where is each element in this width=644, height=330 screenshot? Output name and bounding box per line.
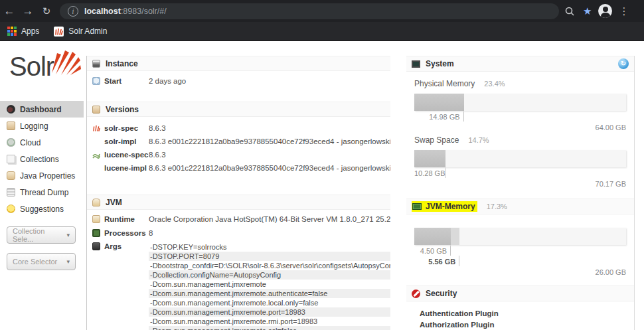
- memory-total-label: 70.17 GB: [414, 178, 626, 188]
- url-text[interactable]: localhost:8983/solr/#/: [84, 7, 167, 16]
- apps-grid-icon[interactable]: [7, 27, 17, 36]
- memory-gauge-percent: 14.7%: [468, 136, 489, 144]
- memory-gauge-label: Physical Memory: [414, 79, 475, 88]
- section-title: Instance: [106, 59, 138, 68]
- jvm-memory-section-header: JVM-Memory 17.3%: [406, 199, 634, 214]
- physical-memory-gauge: 14.98 GB 64.00 GB: [414, 94, 626, 131]
- section-title: Security: [426, 289, 457, 298]
- instance-start-row: Start 2 days ago: [87, 77, 390, 85]
- sidebar-item-cloud[interactable]: Cloud: [0, 134, 84, 151]
- jvm-runtime-row: Runtime Oracle Corporation Java HotSpot(…: [87, 215, 390, 223]
- memory-used-label: 4.50 GB: [414, 245, 451, 256]
- sidebar-item-suggestions[interactable]: Suggestions: [0, 201, 84, 217]
- jvm-arg: -DSTOP.PORT=8079: [149, 252, 390, 261]
- row-label-text: Start: [104, 77, 121, 85]
- sidebar-item-java-properties[interactable]: Java Properties: [0, 167, 84, 184]
- swap-space-label-row: Swap Space 14.7%: [414, 135, 626, 145]
- sidebar-item-label: Cloud: [20, 138, 40, 147]
- sidebar-item-thread-dump[interactable]: Thread Dump: [0, 184, 84, 201]
- memory-bar-fill: [414, 228, 451, 245]
- row-value-text: 8.6.3: [149, 148, 166, 161]
- sidebar-item-label: Dashboard: [20, 105, 62, 114]
- version-row: lucene-impl 8.6.3 e001c2221812a0ba9e9378…: [87, 161, 390, 175]
- reload-icon[interactable]: ↻: [37, 5, 56, 17]
- physical-memory-label-row: Physical Memory 23.4%: [414, 79, 626, 88]
- lucene-mini-icon: [92, 151, 100, 159]
- solr-mini-icon: [92, 124, 100, 132]
- main-content: Instance Start 2 days ago Versions solr-…: [86, 56, 390, 330]
- security-icon: [412, 289, 420, 298]
- zoom-icon[interactable]: [564, 6, 578, 17]
- java-properties-icon: [7, 171, 15, 180]
- find-highlight: JVM-Memory: [412, 201, 477, 212]
- memory-total-label: 64.00 GB: [414, 122, 626, 131]
- solr-favicon: [54, 27, 64, 37]
- sidebar-item-collections[interactable]: Collections: [0, 151, 84, 167]
- solr-logo[interactable]: Solr: [9, 52, 76, 93]
- bookmark-star-icon[interactable]: ★: [583, 5, 592, 17]
- chevron-down-icon: ▾: [66, 232, 70, 238]
- back-icon[interactable]: ←: [0, 5, 19, 18]
- solr-admin-page: Solr Dashboard: [0, 41, 644, 330]
- row-label-text: lucene-impl: [104, 161, 147, 175]
- jvm-arg: -Dcom.sun.management.jmxremote.authentic…: [149, 289, 390, 298]
- sidebar-item-logging[interactable]: Logging: [0, 118, 84, 134]
- clock-icon: [92, 77, 100, 85]
- sidebar-item-label: Java Properties: [20, 171, 75, 181]
- sidebar-item-label: Logging: [20, 122, 48, 131]
- args-icon: [92, 242, 100, 250]
- version-row: lucene-spec 8.6.3: [87, 148, 390, 161]
- jvm-arg: -Dcom.sun.management.jmxremote.local.onl…: [149, 298, 390, 307]
- jvm-arg: -Dbootstrap_confdir=D:\SOLR\solr-8.6.3\s…: [149, 261, 390, 270]
- collections-icon: [7, 155, 15, 163]
- row-label-text: lucene-spec: [104, 148, 148, 161]
- forward-icon[interactable]: →: [19, 5, 37, 18]
- jvm-args-list: -DSTOP.KEY=solrrocks -DSTOP.PORT=8079 -D…: [149, 242, 390, 330]
- memory-bar-fill: [414, 94, 464, 111]
- system-section-header: System ↻: [406, 56, 634, 72]
- jvm-processors-row: Processors 8: [87, 229, 390, 237]
- address-bar[interactable]: i localhost:8983/solr/#/: [60, 3, 559, 19]
- section-title: JVM: [106, 198, 122, 207]
- row-value-text: 8.6.3 e001c2221812a0ba9e9378855040ce72f9…: [149, 161, 390, 175]
- site-info-icon[interactable]: i: [68, 6, 78, 17]
- dashboard-icon: [7, 105, 15, 114]
- refresh-icon[interactable]: ↻: [618, 58, 629, 69]
- bookmark-solr-admin[interactable]: Solr Admin: [68, 27, 107, 36]
- memory-gauge-label: Swap Space: [414, 135, 459, 145]
- sidebar-nav: Dashboard Logging Cloud Collections Java…: [0, 101, 84, 217]
- jvm-arg: -Dcollection.configName=AutopsyConfig: [149, 270, 390, 280]
- section-title: JVM-Memory: [426, 202, 475, 211]
- memory-used-label: 10.28 GB: [414, 167, 445, 178]
- security-section-header: Security: [406, 286, 634, 301]
- runtime-icon: [92, 215, 100, 223]
- section-title: Versions: [106, 105, 139, 114]
- memory-gauge-percent: 17.3%: [487, 203, 507, 210]
- system-panel: System ↻ Physical Memory 23.4% 14.98 GB …: [406, 56, 635, 330]
- jvm-args-row: Args -DSTOP.KEY=solrrocks -DSTOP.PORT=80…: [87, 242, 390, 330]
- jvm-arg: -Dcom.sun.management.jmxremote.ssl=false: [149, 326, 390, 330]
- memory-allocated-label: 5.56 GB: [414, 256, 459, 266]
- menu-icon[interactable]: ⋮: [619, 5, 629, 17]
- memory-gauge-percent: 23.4%: [484, 80, 505, 88]
- collection-selector-label: Collection Sele...: [13, 227, 66, 243]
- collection-selector[interactable]: Collection Sele... ▾: [7, 226, 76, 244]
- section-title: System: [426, 59, 454, 68]
- row-value-text: 2 days ago: [149, 77, 186, 85]
- jvm-arg: -Dcom.sun.management.jmxremote.rmi.port=…: [149, 317, 390, 326]
- versions-section-header: Versions: [87, 102, 390, 117]
- jvm-memory-gauge: 4.50 GB 5.56 GB 26.00 GB: [414, 228, 626, 276]
- suggestions-icon: [7, 205, 15, 213]
- row-label-text: Args: [104, 242, 121, 250]
- bookmark-apps[interactable]: Apps: [21, 27, 39, 36]
- sidebar-item-dashboard[interactable]: Dashboard: [0, 101, 84, 118]
- logging-icon: [7, 122, 15, 130]
- toolbar-right: ★ ⋮: [564, 4, 633, 18]
- sidebar-item-label: Collections: [20, 155, 59, 164]
- thread-dump-icon: [7, 188, 15, 197]
- core-selector[interactable]: Core Selector ▾: [7, 253, 76, 270]
- monitor-icon: [412, 60, 420, 68]
- bookmarks-bar: Apps Solr Admin: [0, 22, 644, 41]
- row-label-text: solr-impl: [104, 135, 137, 148]
- profile-avatar[interactable]: [598, 4, 612, 18]
